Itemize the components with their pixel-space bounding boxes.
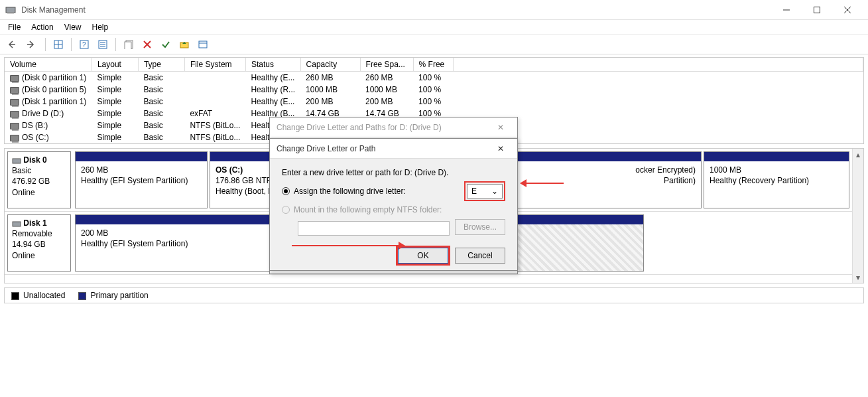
chevron-down-icon: ⌄ xyxy=(491,187,498,196)
menu-file[interactable]: File xyxy=(8,23,21,32)
mount-folder-input[interactable] xyxy=(298,221,450,236)
dialog-back-titlebar[interactable]: Change Drive Letter and Paths for D: (Dr… xyxy=(270,118,517,137)
back-icon[interactable] xyxy=(7,37,21,52)
radio-assign-label: Assign the following drive letter: xyxy=(294,187,406,196)
col-capacity[interactable]: Capacity xyxy=(300,58,360,72)
ok-button[interactable]: OK xyxy=(398,248,448,264)
cancel-button[interactable]: Cancel xyxy=(455,248,505,264)
folder-up-icon[interactable] xyxy=(177,37,192,52)
disk-info[interactable]: Disk 1Removable14.94 GBOnline xyxy=(7,214,71,272)
scroll-down-icon[interactable]: ▾ xyxy=(853,272,863,283)
table-row[interactable]: (Disk 0 partition 1)SimpleBasicHealthy (… xyxy=(5,72,863,84)
scrollbar[interactable]: ▴ ▾ xyxy=(852,149,863,283)
drive-letter-highlight: E ⌄ xyxy=(464,181,505,201)
scroll-up-icon[interactable]: ▴ xyxy=(853,149,863,160)
radio-assign-letter[interactable]: Assign the following drive letter: E ⌄ xyxy=(282,181,505,201)
partition[interactable]: 260 MBHealthy (EFI System Partition) xyxy=(75,151,208,208)
window-icon[interactable] xyxy=(196,37,210,52)
table-row[interactable]: (Disk 1 partition 1)SimpleBasicHealthy (… xyxy=(5,96,863,108)
delete-icon[interactable] xyxy=(140,37,155,52)
disk-info[interactable]: Disk 0Basic476.92 GBOnline xyxy=(7,151,71,208)
radio-icon xyxy=(282,187,290,195)
table-header-row: Volume Layout Type File System Status Ca… xyxy=(5,58,863,72)
radio-icon xyxy=(282,206,290,214)
svg-rect-22 xyxy=(13,159,21,163)
drive-letter-select[interactable]: E ⌄ xyxy=(467,184,503,198)
svg-text:?: ? xyxy=(82,41,86,48)
menu-bar: File Action View Help xyxy=(0,20,868,35)
minimize-button[interactable] xyxy=(771,0,802,20)
separator xyxy=(71,38,72,51)
dialog-change-letter: Change Drive Letter or Path ✕ Enter a ne… xyxy=(269,138,518,271)
browse-button[interactable]: Browse... xyxy=(455,219,505,235)
close-button[interactable] xyxy=(832,0,863,20)
volume-icon xyxy=(10,123,19,129)
volume-icon xyxy=(10,135,19,141)
toolbar: ? xyxy=(0,35,868,54)
dialog-back-title: Change Drive Letter and Paths for D: (Dr… xyxy=(277,123,442,132)
volume-icon xyxy=(10,87,19,94)
svg-rect-16 xyxy=(125,42,131,49)
menu-view[interactable]: View xyxy=(64,23,82,32)
separator xyxy=(45,38,46,51)
radio-mount-label: Mount in the following empty NTFS folder… xyxy=(294,205,442,214)
volume-icon xyxy=(10,111,19,118)
svg-rect-0 xyxy=(6,7,15,13)
annotation-arrow-to-ok xyxy=(292,245,404,246)
window-title: Disk Management xyxy=(21,5,771,15)
svg-rect-23 xyxy=(13,222,21,226)
col-status[interactable]: Status xyxy=(245,58,300,72)
legend-primary: Primary partition xyxy=(78,291,148,300)
dialog-prompt: Enter a new drive letter or path for D: … xyxy=(282,168,505,177)
dialog-front-title: Change Drive Letter or Path xyxy=(277,144,375,153)
col-free[interactable]: Free Spa... xyxy=(360,58,413,72)
svg-rect-20 xyxy=(199,41,207,48)
volume-icon xyxy=(10,99,19,106)
help-icon[interactable]: ? xyxy=(77,37,92,52)
swatch-primary xyxy=(78,292,86,300)
partition[interactable]: 200 MBHealthy (EFI System Partition) xyxy=(75,214,280,272)
close-icon[interactable]: ✕ xyxy=(491,123,511,132)
col-layout[interactable]: Layout xyxy=(92,58,138,72)
svg-rect-1 xyxy=(7,13,14,14)
col-filesystem[interactable]: File System xyxy=(184,58,245,72)
menu-action[interactable]: Action xyxy=(31,23,53,32)
col-type[interactable]: Type xyxy=(138,58,184,72)
legend: Unallocated Primary partition xyxy=(4,287,864,303)
separator xyxy=(115,38,116,51)
drive-letter-value: E xyxy=(471,187,477,196)
col-blank xyxy=(453,58,863,72)
partition[interactable]: 1000 MBHealthy (Recovery Partition) xyxy=(704,151,849,208)
grid-icon[interactable] xyxy=(51,37,66,52)
dialog-front-titlebar[interactable]: Change Drive Letter or Path ✕ xyxy=(270,139,517,159)
annotation-arrow-to-select xyxy=(521,183,564,184)
check-icon[interactable] xyxy=(158,37,173,52)
table-row[interactable]: (Disk 0 partition 5)SimpleBasicHealthy (… xyxy=(5,84,863,96)
col-pctfree[interactable]: % Free xyxy=(413,58,453,72)
titlebar: Disk Management xyxy=(0,0,868,20)
close-icon[interactable]: ✕ xyxy=(491,144,511,153)
menu-help[interactable]: Help xyxy=(92,23,109,32)
window-controls xyxy=(771,0,863,20)
radio-mount-folder[interactable]: Mount in the following empty NTFS folder… xyxy=(282,205,505,214)
maximize-button[interactable] xyxy=(802,0,832,20)
forward-icon[interactable] xyxy=(25,37,40,52)
swatch-unallocated xyxy=(11,292,19,300)
volume-icon xyxy=(10,75,19,82)
col-volume[interactable]: Volume xyxy=(5,58,92,72)
app-icon xyxy=(5,5,16,15)
list-icon[interactable] xyxy=(95,37,110,52)
properties-icon[interactable] xyxy=(121,37,136,52)
legend-unallocated: Unallocated xyxy=(11,291,65,300)
svg-rect-3 xyxy=(814,7,820,13)
